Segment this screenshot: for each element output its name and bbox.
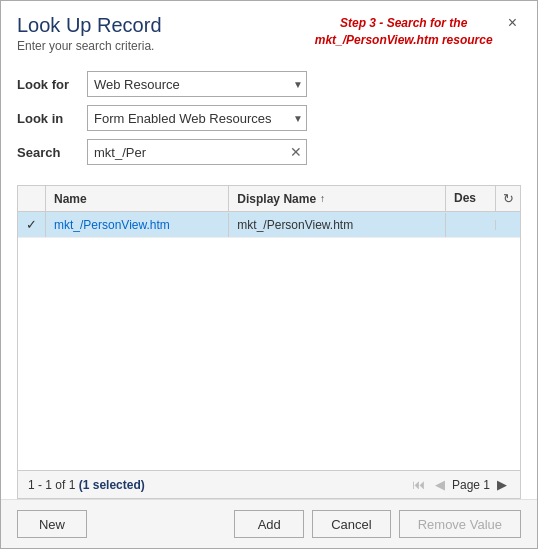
dialog-subtitle: Enter your search criteria. — [17, 39, 304, 53]
pagination-selected: (1 selected) — [79, 478, 145, 492]
search-input-wrapper: ✕ — [87, 139, 307, 165]
search-form: Look for Web Resource ▼ Look in Form Ena… — [1, 61, 537, 185]
th-display-label: Display Name — [237, 192, 316, 206]
cancel-button[interactable]: Cancel — [312, 510, 390, 538]
row-name[interactable]: mkt_/PersonView.htm — [46, 213, 229, 237]
search-label: Search — [17, 145, 87, 160]
look-for-row: Look for Web Resource ▼ — [17, 71, 521, 97]
results-table: Name Display Name ↑ Des ↻ ✓ mkt_/PersonV… — [17, 185, 521, 499]
pagination-info: 1 - 1 of 1 (1 selected) — [28, 478, 145, 492]
th-display[interactable]: Display Name ↑ — [229, 186, 446, 211]
table-header: Name Display Name ↑ Des ↻ — [18, 186, 520, 212]
row-display-name: mkt_/PersonView.htm — [229, 213, 446, 237]
step-annotation: Step 3 - Search for the mkt_/PersonView.… — [304, 15, 504, 49]
next-page-icon[interactable]: ▶ — [494, 477, 510, 492]
search-row: Search ✕ — [17, 139, 521, 165]
th-check — [18, 186, 46, 211]
footer-buttons: New Add Cancel Remove Value — [1, 499, 537, 548]
remove-value-button[interactable]: Remove Value — [399, 510, 521, 538]
lookup-record-dialog: Look Up Record Enter your search criteri… — [0, 0, 538, 549]
search-input[interactable] — [87, 139, 307, 165]
dialog-header: Look Up Record Enter your search criteri… — [1, 1, 537, 61]
look-for-label: Look for — [17, 77, 87, 92]
sort-arrow-icon: ↑ — [320, 193, 325, 204]
th-desc: Des — [446, 186, 496, 211]
page-label: Page 1 — [452, 478, 490, 492]
pagination-bar: 1 - 1 of 1 (1 selected) ⏮ ◀ Page 1 ▶ — [18, 470, 520, 498]
pagination-range: 1 - 1 of 1 — [28, 478, 75, 492]
dialog-title: Look Up Record — [17, 13, 304, 37]
th-name-label: Name — [54, 192, 87, 206]
look-in-select[interactable]: Form Enabled Web Resources — [87, 105, 307, 131]
table-row[interactable]: ✓ mkt_/PersonView.htm mkt_/PersonView.ht… — [18, 212, 520, 238]
search-clear-icon[interactable]: ✕ — [290, 145, 302, 159]
look-in-row: Look in Form Enabled Web Resources ▼ — [17, 105, 521, 131]
look-in-label: Look in — [17, 111, 87, 126]
pagination-controls: ⏮ ◀ Page 1 ▶ — [409, 477, 510, 492]
look-for-select[interactable]: Web Resource — [87, 71, 307, 97]
look-for-wrapper: Web Resource ▼ — [87, 71, 307, 97]
new-button[interactable]: New — [17, 510, 87, 538]
close-button[interactable]: × — [504, 15, 521, 31]
th-name[interactable]: Name — [46, 186, 229, 211]
row-desc — [446, 220, 496, 230]
dialog-title-section: Look Up Record Enter your search criteri… — [17, 13, 304, 53]
prev-page-icon[interactable]: ◀ — [432, 477, 448, 492]
refresh-icon[interactable]: ↻ — [496, 186, 520, 211]
row-check: ✓ — [18, 212, 46, 237]
look-in-wrapper: Form Enabled Web Resources ▼ — [87, 105, 307, 131]
add-button[interactable]: Add — [234, 510, 304, 538]
table-body: ✓ mkt_/PersonView.htm mkt_/PersonView.ht… — [18, 212, 520, 470]
first-page-icon[interactable]: ⏮ — [409, 477, 428, 492]
